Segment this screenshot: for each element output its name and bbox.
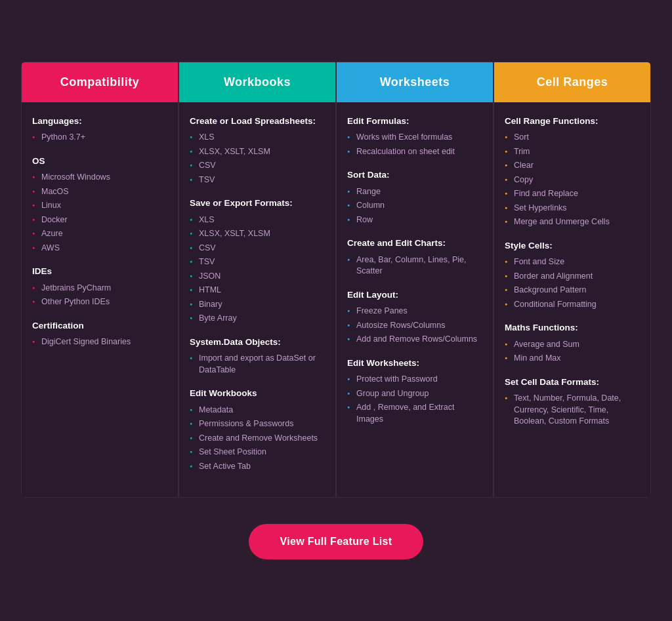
list-item: DigiCert Signed Binaries <box>32 336 167 348</box>
section: Create and Edit Charts:Area, Bar, Column… <box>347 237 482 277</box>
section: Maths Functions:Average and SumMin and M… <box>505 322 640 365</box>
list-item: Freeze Panes <box>347 306 482 317</box>
section: Set Cell Data Formats:Text, Number, Form… <box>505 376 640 428</box>
list-item: Autosize Rows/Columns <box>347 320 482 332</box>
section: Languages:Python 3.7+ <box>32 115 167 144</box>
list-item: Binary <box>190 299 325 311</box>
view-feature-list-button[interactable]: View Full Feature List <box>249 524 424 559</box>
list-item: CSV <box>190 243 325 254</box>
section-title: Maths Functions: <box>505 322 640 334</box>
list-item: Set Active Tab <box>190 461 325 473</box>
bullet-list: Freeze PanesAutosize Rows/ColumnsAdd and… <box>347 306 482 346</box>
list-item: Linux <box>32 200 167 212</box>
section: IDEsJetbrains PyCharmOther Python IDEs <box>32 266 167 308</box>
list-item: Works with Excel formulas <box>347 132 482 144</box>
section-title: Sort Data: <box>347 169 482 181</box>
list-item: Python 3.7+ <box>32 132 167 144</box>
bullet-list: MetadataPermissions & PasswordsCreate an… <box>190 405 325 473</box>
bullet-list: Microsoft WindowsMacOSLinuxDockerAzureAW… <box>32 172 167 254</box>
section: Sort Data:RangeColumnRow <box>347 169 482 226</box>
cellranges-body: Cell Range Functions:SortTrimClearCopyFi… <box>494 102 650 498</box>
section-title: Languages: <box>32 115 167 127</box>
list-item: Font and Size <box>505 256 640 268</box>
section-title: Edit Formulas: <box>347 115 482 127</box>
list-item: Azure <box>32 228 167 240</box>
list-item: Set Hyperlinks <box>505 203 640 214</box>
list-item: Text, Number, Formula, Date, Currency, S… <box>505 393 640 428</box>
list-item: Jetbrains PyCharm <box>32 283 167 294</box>
list-item: Clear <box>505 160 640 172</box>
bullet-list: Works with Excel formulasRecalculation o… <box>347 132 482 157</box>
list-item: Group and Ungroup <box>347 388 482 400</box>
section-title: Create and Edit Charts: <box>347 237 482 249</box>
list-item: Area, Bar, Column, Lines, Pie, Scatter <box>347 254 482 277</box>
list-item: Docker <box>32 214 167 226</box>
list-item: XLSX, XSLT, XLSM <box>190 228 325 240</box>
section-title: Edit Workbooks <box>190 388 325 399</box>
cta-container: View Full Feature List <box>249 524 424 559</box>
list-item: Trim <box>505 146 640 158</box>
bullet-list: RangeColumnRow <box>347 186 482 226</box>
list-item: Permissions & Passwords <box>190 418 325 430</box>
bullet-list: Jetbrains PyCharmOther Python IDEs <box>32 283 167 308</box>
section: Style Cells:Font and SizeBorder and Alig… <box>505 240 640 311</box>
bullet-list: SortTrimClearCopyFind and ReplaceSet Hyp… <box>505 132 640 228</box>
list-item: Background Pattern <box>505 285 640 296</box>
section: Edit Worksheets:Protect with PasswordGro… <box>347 357 482 426</box>
list-item: Column <box>347 200 482 212</box>
worksheets-header: Worksheets <box>337 62 493 102</box>
list-item: TSV <box>190 174 325 186</box>
list-item: Create and Remove Worksheets <box>190 433 325 445</box>
cellranges-header: Cell Ranges <box>494 62 650 102</box>
compatibility-header: Compatibility <box>22 62 178 102</box>
list-item: CSV <box>190 160 325 172</box>
list-item: JSON <box>190 271 325 283</box>
bullet-list: XLSXLSX, XSLT, XLSMCSVTSV <box>190 132 325 186</box>
list-item: MacOS <box>32 186 167 198</box>
section-title: Save or Export Formats: <box>190 197 325 209</box>
compatibility-body: Languages:Python 3.7+OSMicrosoft Windows… <box>22 102 178 498</box>
list-item: AWS <box>32 243 167 254</box>
list-item: Conditional Formatting <box>505 299 640 311</box>
bullet-list: DigiCert Signed Binaries <box>32 336 167 348</box>
list-item: Copy <box>505 174 640 186</box>
column-workbooks: WorkbooksCreate or Load Spreadsheets:XLS… <box>178 62 336 498</box>
section-title: Set Cell Data Formats: <box>505 376 640 388</box>
section-title: OS <box>32 155 167 167</box>
list-item: Average and Sum <box>505 339 640 351</box>
feature-grid: CompatibilityLanguages:Python 3.7+OSMicr… <box>21 62 651 498</box>
list-item: Protect with Password <box>347 374 482 386</box>
bullet-list: Python 3.7+ <box>32 132 167 144</box>
list-item: Add , Remove, and Extract Images <box>347 402 482 425</box>
column-cellranges: Cell RangesCell Range Functions:SortTrim… <box>494 62 651 498</box>
list-item: Border and Alignment <box>505 271 640 283</box>
section-title: Cell Range Functions: <box>505 115 640 127</box>
list-item: Add and Remove Rows/Columns <box>347 334 482 346</box>
section-title: Style Cells: <box>505 240 640 252</box>
workbooks-body: Create or Load Spreadsheets:XLSXLSX, XSL… <box>179 102 335 498</box>
section: Edit Layout:Freeze PanesAutosize Rows/Co… <box>347 289 482 346</box>
section: System.Data Objects:Import and export as… <box>190 336 325 376</box>
worksheets-body: Edit Formulas:Works with Excel formulasR… <box>337 102 493 498</box>
section: Create or Load Spreadsheets:XLSXLSX, XSL… <box>190 115 325 186</box>
list-item: Range <box>347 186 482 198</box>
list-item: Byte Array <box>190 313 325 325</box>
section: CertificationDigiCert Signed Binaries <box>32 320 167 348</box>
bullet-list: Protect with PasswordGroup and UngroupAd… <box>347 374 482 425</box>
column-compatibility: CompatibilityLanguages:Python 3.7+OSMicr… <box>21 62 178 498</box>
list-item: Metadata <box>190 405 325 416</box>
section: OSMicrosoft WindowsMacOSLinuxDockerAzure… <box>32 155 167 254</box>
bullet-list: Text, Number, Formula, Date, Currency, S… <box>505 393 640 428</box>
workbooks-header: Workbooks <box>179 62 335 102</box>
section-title: Edit Layout: <box>347 289 482 301</box>
list-item: Microsoft Windows <box>32 172 167 184</box>
bullet-list: Font and SizeBorder and AlignmentBackgro… <box>505 256 640 310</box>
section: Edit Formulas:Works with Excel formulasR… <box>347 115 482 158</box>
list-item: XLS <box>190 214 325 226</box>
list-item: Merge and Unmerge Cells <box>505 216 640 228</box>
bullet-list: Area, Bar, Column, Lines, Pie, Scatter <box>347 254 482 277</box>
list-item: XLS <box>190 132 325 144</box>
list-item: Recalculation on sheet edit <box>347 146 482 158</box>
column-worksheets: WorksheetsEdit Formulas:Works with Excel… <box>336 62 494 498</box>
list-item: XLSX, XSLT, XLSM <box>190 146 325 158</box>
